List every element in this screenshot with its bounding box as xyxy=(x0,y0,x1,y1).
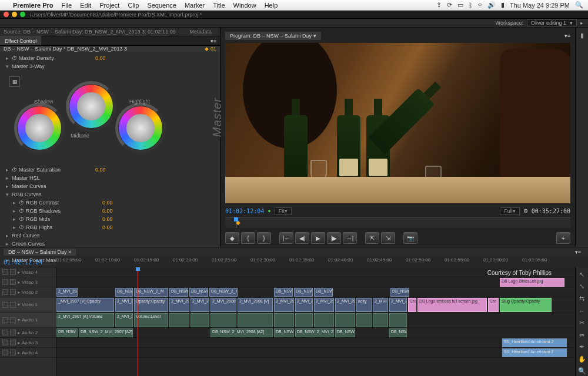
clip[interactable]: DB_NSW_2_MVI_2908 xyxy=(295,328,334,337)
clip[interactable]: 2_MVI_29 xyxy=(274,298,294,312)
goto-in-button[interactable]: |← xyxy=(279,232,293,244)
clip[interactable]: 2_MVI_2913 xyxy=(56,288,78,297)
wifi-icon[interactable]: ⌔ xyxy=(478,2,482,9)
zoom-select[interactable]: Fit ▾ xyxy=(275,207,292,215)
clip[interactable]: acity xyxy=(356,298,372,312)
program-tab[interactable]: Program: DB – NSW – Salami Day ▾ xyxy=(225,32,321,40)
panel-options-icon[interactable]: ▾≡ xyxy=(575,249,584,255)
shadow-wheel[interactable] xyxy=(18,106,61,150)
button-editor-button[interactable]: + xyxy=(556,232,570,244)
selection-tool-icon[interactable]: ↖ xyxy=(577,270,587,280)
clip[interactable]: DB_NSW_2 xyxy=(314,288,333,297)
clip[interactable]: DB_NSW xyxy=(115,288,133,297)
clip[interactable]: 2_MVI_29 xyxy=(295,298,313,312)
clip[interactable] xyxy=(211,313,236,327)
mark-in-button[interactable]: { xyxy=(241,232,255,244)
panel-menu-icon[interactable]: ▸ xyxy=(580,20,583,26)
clip[interactable]: DB_NSW_2 xyxy=(294,288,313,297)
source-tab[interactable]: Source: DB – NSW – Salami Day: DB_NSW_2_… xyxy=(4,29,176,35)
clip[interactable]: 2_MVI_29 xyxy=(169,298,189,312)
clip[interactable]: 2_MVI_29 xyxy=(314,298,334,312)
clip[interactable]: Opacity:Opacity xyxy=(134,298,168,312)
menu-help[interactable]: Help xyxy=(265,2,278,9)
clip[interactable]: DB_NSW_2_MVI_2908 [A2] xyxy=(211,328,273,337)
clip[interactable] xyxy=(314,313,334,327)
display-icon[interactable]: ▭ xyxy=(457,1,463,9)
zoom-tool-icon[interactable]: 🔍 xyxy=(577,367,587,377)
timeline-timecode[interactable]: 01:02:12:04 xyxy=(0,259,56,266)
pen-tool-icon[interactable]: ✒ xyxy=(577,342,587,352)
ripple-edit-tool-icon[interactable]: ⇆ xyxy=(577,294,587,304)
clip[interactable] xyxy=(295,313,313,327)
track-select-tool-icon[interactable]: ⤡ xyxy=(577,282,587,292)
spotlight-icon[interactable]: 🔍 xyxy=(575,1,583,9)
clip[interactable]: 2_MVI_2907 [A1] xyxy=(115,313,133,327)
timeline-ruler[interactable]: 01:02:05:0001:02:10:0001:02:15:0001:02:2… xyxy=(56,257,588,267)
keyframe-toggle-icon[interactable]: ⏱ xyxy=(12,55,19,61)
clip[interactable]: DB Logo emboss full screen.jpg xyxy=(417,298,487,312)
clip[interactable] xyxy=(238,313,273,327)
step-forward-button[interactable]: |▶ xyxy=(327,232,341,244)
metadata-tab[interactable]: Metadata xyxy=(185,28,216,36)
menu-clip[interactable]: Clip xyxy=(128,2,139,9)
clip[interactable]: 2_MVI_2908 [V] xyxy=(238,298,273,312)
clip[interactable]: 2_MVI_2908 [V] xyxy=(211,298,236,312)
midtone-wheel[interactable] xyxy=(69,85,113,128)
clip[interactable]: Volume:Level xyxy=(134,313,168,327)
clip[interactable]: 2_MVI_29 xyxy=(191,298,209,312)
mark-out-button[interactable]: } xyxy=(257,232,271,244)
razor-tool-icon[interactable]: ✂ xyxy=(577,318,587,328)
workspace-select[interactable]: Oliver editing 1▾ xyxy=(527,19,577,26)
clip[interactable]: _MVI_2907 [V] Opacity xyxy=(56,298,114,312)
menu-edit[interactable]: Edit xyxy=(80,2,91,9)
menu-window[interactable]: Window xyxy=(233,2,256,9)
battery-icon[interactable]: ▮ xyxy=(501,1,505,9)
clip[interactable]: DB_NSW_2 xyxy=(274,288,293,297)
menu-sequence[interactable]: Sequence xyxy=(147,2,176,9)
track-header-v3[interactable]: ▸Video 3 xyxy=(0,277,56,287)
audio-meter-icon[interactable]: ▮ xyxy=(577,30,587,41)
panel-options-icon[interactable]: ▾≡ xyxy=(564,33,570,39)
grid-icon[interactable]: ▦ xyxy=(9,76,20,87)
track-header-a3[interactable]: ▸Audio 3 xyxy=(0,338,56,348)
clip[interactable]: DB_NSW_2 xyxy=(189,288,208,297)
clip[interactable] xyxy=(373,313,388,327)
menu-file[interactable]: File xyxy=(61,2,72,9)
effect-controls-tab[interactable]: Effect Control xyxy=(0,36,41,45)
program-ruler[interactable]: ◆ xyxy=(225,217,570,228)
clip[interactable]: DB_NSW_2_MVI_29 xyxy=(209,288,238,297)
clip[interactable]: DB_NSW_2_M xyxy=(274,328,294,337)
sync-icon[interactable]: ⟳ xyxy=(447,1,452,9)
step-back-button[interactable]: ◀| xyxy=(295,232,309,244)
clip[interactable]: Cro xyxy=(408,298,416,312)
menu-project[interactable]: Project xyxy=(99,2,119,9)
clip[interactable]: 2_MVI_2907 [A] Volume xyxy=(56,313,114,327)
slip-tool-icon[interactable]: ⇔ xyxy=(577,330,587,340)
app-name[interactable]: Premiere Pro xyxy=(13,2,53,9)
clip[interactable]: Slug Opacity:Opacity xyxy=(500,298,552,312)
playhead[interactable] xyxy=(138,267,138,376)
clip[interactable]: 2_MVI_29 xyxy=(389,298,407,312)
timeline-track-area[interactable]: Courtesy of Toby Phillips DB Logo 2lines… xyxy=(56,267,575,376)
track-header-a2[interactable]: ▸Audio 2 xyxy=(0,328,56,338)
clip[interactable]: DB_NSW_2 xyxy=(335,328,355,337)
menu-marker[interactable]: Marker xyxy=(185,2,205,9)
clip[interactable]: 2_MVI_2907 xyxy=(115,298,133,312)
clip[interactable]: 2_MVI_2908 xyxy=(335,298,355,312)
extract-button[interactable]: ⇲ xyxy=(381,232,395,244)
track-header-v4[interactable]: ▸Video 4 xyxy=(0,267,56,277)
lift-button[interactable]: ⇱ xyxy=(365,232,379,244)
clip[interactable]: DB_NSW_2 xyxy=(390,288,409,297)
keyframe-indicator-icon[interactable]: ◆ 01 xyxy=(205,46,216,52)
clip[interactable] xyxy=(356,313,372,327)
clip[interactable] xyxy=(191,313,209,327)
clip[interactable]: DB_NSW_2_MVI_2907 [A2] xyxy=(79,328,133,337)
clip[interactable]: Cro xyxy=(488,298,499,312)
hand-tool-icon[interactable]: ✋ xyxy=(577,354,587,364)
clip[interactable]: 2_MVI xyxy=(373,298,388,312)
panel-options-icon[interactable]: ▾≡ xyxy=(211,38,220,44)
track-header-v2[interactable]: ▸Video 2 xyxy=(0,287,56,297)
clip[interactable] xyxy=(335,313,355,327)
sequence-tab[interactable]: DB – NSW – Salami Day × xyxy=(4,249,76,256)
clip[interactable]: DB_NSW xyxy=(56,328,78,337)
